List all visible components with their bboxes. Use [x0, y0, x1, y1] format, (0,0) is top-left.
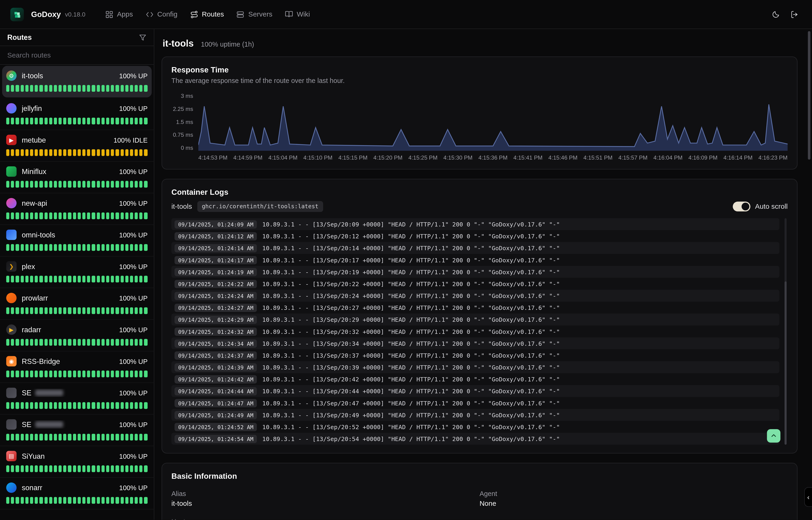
- uptime-bar: [125, 307, 129, 314]
- route-item-new-api[interactable]: new-api100% UP: [0, 193, 154, 225]
- uptime-bar: [101, 307, 105, 314]
- response-time-subtitle: The average response time of the route o…: [171, 77, 788, 84]
- uptime-bars: [6, 85, 148, 92]
- chart-x-axis: 4:14:53 PM4:14:59 PM4:15:04 PM4:15:10 PM…: [198, 154, 788, 161]
- route-row: ⚙it-tools100% UP: [6, 71, 148, 81]
- uptime-bar: [106, 339, 109, 346]
- uptime-bars: [6, 466, 148, 472]
- uptime-bar: [120, 118, 123, 124]
- search-row: [0, 46, 154, 65]
- route-item-jellyfin[interactable]: jellyfin100% UP: [0, 99, 154, 130]
- nav-item-servers[interactable]: Servers: [231, 7, 278, 21]
- route-item-radarr[interactable]: ▶radarr100% UP: [0, 320, 154, 352]
- log-message: 10.89.3.1 - - [13/Sep/20:44 +0000] "HEAD…: [262, 387, 560, 395]
- uptime-bar: [16, 339, 19, 346]
- nav-item-config[interactable]: Config: [140, 7, 183, 21]
- uptime-bar: [30, 276, 33, 282]
- route-icon-metube: ▶: [6, 135, 17, 145]
- uptime-bar: [25, 118, 28, 124]
- uptime-bar: [6, 466, 9, 472]
- route-item-metube[interactable]: ▶metube100% IDLE: [0, 130, 154, 162]
- uptime-bar: [59, 118, 62, 124]
- log-message: 10.89.3.1 - - [13/Sep/20:34 +0000] "HEAD…: [262, 340, 560, 347]
- uptime-bar: [25, 434, 28, 441]
- uptime-bar: [11, 307, 14, 314]
- uptime-bar: [35, 181, 38, 187]
- log-scrollbar[interactable]: [785, 218, 787, 445]
- uptime-bar: [92, 85, 95, 92]
- uptime-bar: [54, 212, 57, 219]
- main-scrollbar-thumb[interactable]: [808, 31, 810, 160]
- panel-collapse-tab[interactable]: ‹: [804, 487, 812, 507]
- logout-icon[interactable]: [790, 10, 799, 19]
- log-timestamp-badge: 09/14/2025, 01:24:24 AM: [175, 291, 257, 300]
- route-item-miniflux[interactable]: Miniflux100% UP: [0, 162, 154, 193]
- uptime-bar: [44, 118, 48, 124]
- uptime-bar: [116, 181, 119, 187]
- route-item-rss-bridge[interactable]: ◉RSS-Bridge100% UP: [0, 351, 154, 383]
- uptime-bar: [101, 371, 105, 378]
- uptime-bar: [35, 85, 38, 92]
- log-message: 10.89.3.1 - - [13/Sep/20:32 +0000] "HEAD…: [262, 328, 560, 335]
- uptime-bar: [63, 402, 66, 409]
- log-timestamp-badge: 09/14/2025, 01:24:27 AM: [175, 303, 257, 312]
- uptime-bar: [16, 466, 19, 472]
- uptime-bar: [78, 434, 81, 441]
- uptime-bar: [30, 339, 33, 346]
- uptime-bar: [78, 276, 81, 282]
- route-item-it-tools[interactable]: ⚙it-tools100% UP: [2, 66, 152, 98]
- nav-item-routes[interactable]: Routes: [185, 7, 229, 21]
- search-routes-input[interactable]: [0, 46, 154, 64]
- uptime-bar: [92, 244, 95, 251]
- uptime-bar: [25, 497, 28, 504]
- uptime-bar: [68, 434, 71, 441]
- uptime-bar: [63, 212, 66, 219]
- route-icon-sonarr: [6, 483, 17, 493]
- uptime-bar: [54, 85, 57, 92]
- nav-item-apps[interactable]: Apps: [100, 7, 138, 21]
- uptime-bar: [78, 181, 81, 187]
- route-item-siyuan[interactable]: ▤SiYuan100% UP: [0, 446, 154, 478]
- autoscroll-toggle[interactable]: [733, 202, 751, 211]
- route-item-prowlarr[interactable]: prowlarr100% UP: [0, 288, 154, 320]
- route-item-sonarr[interactable]: sonarr100% UP: [0, 478, 154, 510]
- autoscroll-label: Auto scroll: [755, 203, 788, 210]
- log-message: 10.89.3.1 - - [13/Sep/20:12 +0000] "HEAD…: [262, 233, 560, 240]
- uptime-bar: [59, 181, 62, 187]
- uptime-bar: [116, 276, 119, 282]
- uptime-bar: [39, 307, 43, 314]
- uptime-bar: [11, 339, 14, 346]
- uptime-bar: [125, 434, 129, 441]
- route-item-omni-tools[interactable]: omni-tools100% UP: [0, 225, 154, 257]
- app-version: v0.18.0: [65, 11, 85, 18]
- route-icon-radarr: ▶: [6, 324, 17, 335]
- scroll-to-top-button[interactable]: [767, 429, 780, 443]
- uptime-bar: [63, 466, 66, 472]
- route-item-plex[interactable]: ❯plex100% UP: [0, 257, 154, 288]
- route-name: omni-tools: [22, 231, 114, 239]
- nav-item-wiki[interactable]: Wiki: [280, 7, 315, 21]
- uptime-bar: [139, 434, 143, 441]
- uptime-bar: [11, 276, 14, 282]
- route-name: Miniflux: [22, 167, 114, 176]
- nav-item-label: Config: [157, 10, 178, 18]
- uptime-bar: [35, 149, 38, 156]
- uptime-bar: [35, 434, 38, 441]
- uptime-bar: [139, 244, 143, 251]
- log-row: 09/14/2025, 01:24:47 AM10.89.3.1 - - [13…: [171, 397, 779, 409]
- uptime-bar: [144, 276, 147, 282]
- log-scrollbar-thumb[interactable]: [785, 282, 787, 445]
- route-item-se-11[interactable]: SE100% UP: [0, 415, 154, 446]
- theme-toggle-moon-icon[interactable]: [772, 10, 780, 19]
- uptime-bar: [25, 85, 28, 92]
- route-status: 100% UP: [119, 263, 148, 270]
- x-tick-label: 4:15:25 PM: [408, 154, 438, 161]
- uptime-bar: [130, 307, 133, 314]
- filter-icon[interactable]: [139, 33, 146, 41]
- response-time-chart: 3 ms2.25 ms1.5 ms0.75 ms0 ms: [171, 93, 788, 151]
- uptime-bar: [106, 497, 109, 504]
- route-item-se-10[interactable]: SE100% UP: [0, 383, 154, 415]
- info-field-label: Alias: [171, 490, 480, 497]
- x-tick-label: 4:15:46 PM: [549, 154, 578, 161]
- uptime-bar: [73, 402, 76, 409]
